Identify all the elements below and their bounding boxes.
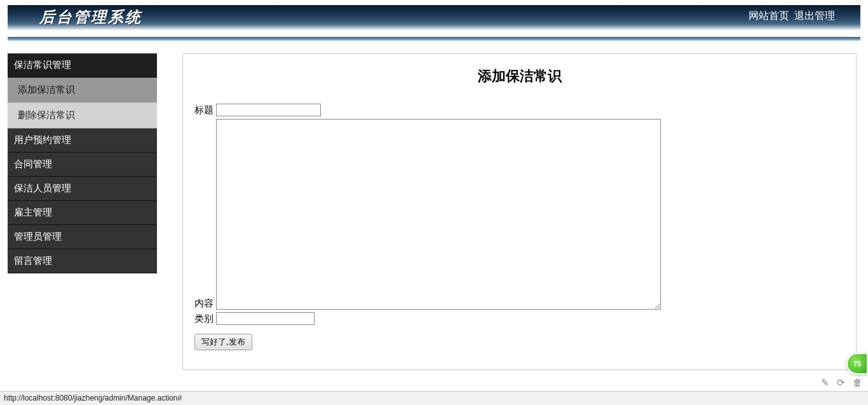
row-title: 标题 [194, 104, 844, 116]
sidebar-section-reservation[interactable]: 用户预约管理 [8, 128, 157, 153]
sidebar: 保洁常识管理 添加保洁常识 删除保洁常识 用户预约管理 合同管理 保洁人员管理 … [8, 53, 157, 370]
progress-badge[interactable]: 75 [846, 353, 868, 374]
sidebar-sub-add-knowledge[interactable]: 添加保洁常识 [8, 78, 157, 103]
sidebar-sub-delete-knowledge[interactable]: 删除保洁常识 [8, 103, 157, 128]
label-category: 类别 [194, 313, 214, 325]
submit-button[interactable]: 写好了,发布 [194, 334, 252, 350]
row-category: 类别 [194, 312, 844, 325]
sidebar-section-cleaning-knowledge[interactable]: 保洁常识管理 [8, 53, 157, 78]
link-home[interactable]: 网站首页 [749, 10, 789, 23]
link-logout[interactable]: 退出管理 [794, 10, 835, 23]
header-links: 网站首页 退出管理 [749, 10, 835, 23]
pin-icon[interactable]: ✎ [821, 377, 829, 388]
label-title: 标题 [194, 104, 214, 116]
status-bar: http://localhost:8080/jiazheng/admin/Man… [0, 391, 868, 405]
main-panel: 添加保洁常识 标题 内容 类别 写好了,发布 [182, 53, 857, 370]
panel-title: 添加保洁常识 [194, 67, 844, 86]
sidebar-section-admin[interactable]: 管理员管理 [8, 225, 157, 249]
input-category[interactable] [216, 312, 315, 325]
label-content: 内容 [194, 298, 214, 310]
trash-icon[interactable]: 🗑 [853, 377, 862, 388]
sidebar-section-employer[interactable]: 雇主管理 [8, 201, 157, 225]
sidebar-section-message[interactable]: 留言管理 [8, 249, 157, 273]
sidebar-section-staff[interactable]: 保洁人员管理 [8, 177, 157, 201]
row-content: 内容 [194, 119, 844, 310]
refresh-icon[interactable]: ⟳ [837, 377, 845, 388]
app-title: 后台管理系统 [39, 7, 142, 27]
floating-toolbar: ✎ ⟳ 🗑 [821, 377, 862, 388]
textarea-content[interactable] [216, 119, 661, 310]
status-url: http://localhost:8080/jiazheng/admin/Man… [4, 394, 182, 402]
header-bar: 后台管理系统 网站首页 退出管理 [8, 5, 860, 31]
sidebar-section-contract[interactable]: 合同管理 [8, 153, 157, 177]
input-title[interactable] [216, 104, 321, 116]
